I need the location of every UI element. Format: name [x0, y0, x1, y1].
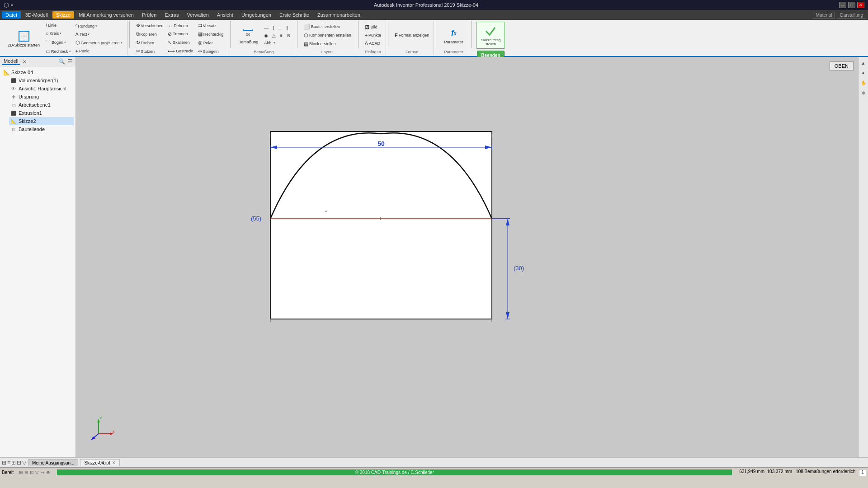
btn-rechteck[interactable]: ▭ Rechteck ▾ [44, 47, 73, 55]
btn-linie[interactable]: / Linie [44, 22, 73, 29]
btn-trennen[interactable]: ⊘ Trennen [166, 30, 195, 38]
grid-icon[interactable]: ⊞ [11, 460, 16, 466]
right-panel-btn1[interactable]: ▲ [859, 59, 868, 67]
tree-item-skizze2[interactable]: 📐 Skizze2 [9, 117, 74, 125]
btn-stutzen[interactable]: ✂ Stutzen [134, 47, 165, 55]
btn-format-label: Format anzeigen [399, 33, 429, 38]
btn-geometrie[interactable]: ⬡ Geometrie projizieren ▾ [74, 39, 124, 47]
btn-parameter[interactable]: fx Parameter [441, 23, 466, 47]
btn-abhaengig[interactable]: Abh.▾ [262, 40, 277, 46]
btn-dehnen[interactable]: ↔ Dehnen [166, 22, 195, 29]
btn-verschieben-label: Verschieben [141, 23, 164, 28]
ribbon-group-parameter: fx Parameter Parameter [438, 21, 469, 55]
menu-pruefen[interactable]: Prüfen [138, 11, 160, 19]
tab-skizze04[interactable]: Skizze-04.ipt ✕ [80, 459, 119, 466]
panel-tab-close[interactable]: ✕ [23, 59, 26, 64]
btn-bemaszung[interactable]: 50 Bemaßung [235, 23, 261, 47]
right-panel-btn4[interactable]: ⊕ [859, 89, 868, 97]
btn-verschieben[interactable]: ✥ Verschieben [134, 22, 165, 29]
tab-ausgangsan[interactable]: Meine Ausgangsan... [28, 459, 78, 466]
split-icon[interactable]: ⊟ [17, 460, 21, 466]
menu-skizze[interactable]: Skizze [52, 11, 74, 19]
menu-erste-schritte[interactable]: Erste Schritte [276, 11, 313, 19]
btn-constraint2[interactable]: | [271, 24, 276, 31]
constraint1-icon: — [264, 25, 269, 30]
tree-item-bauteilende[interactable]: ⊡ Bauteilende [9, 125, 74, 133]
btn-skalieren[interactable]: ⤡ Skalieren [166, 39, 195, 47]
btn-drehen-label: Drehen [141, 41, 155, 45]
offset-icon: ⇉ [198, 23, 202, 28]
btn-text[interactable]: A Text ▾ [74, 31, 124, 38]
btn-skizze-fertig[interactable]: Skizze fertig stellen [476, 22, 505, 49]
btn-punkte[interactable]: + Punkte [363, 32, 383, 39]
material-selector[interactable]: Material [813, 12, 835, 19]
btn-kreis[interactable]: ○ Kreis ▾ [44, 30, 73, 37]
view-selector[interactable]: Darstellung [837, 12, 866, 19]
panel-menu-icon[interactable]: ☰ [67, 58, 74, 65]
btn-2d-skizze[interactable]: 2D-Skizze starten [5, 27, 43, 50]
btn-constraint6[interactable]: △ [270, 32, 278, 39]
btn-rundung-label: Rundung [78, 24, 95, 28]
list-icon[interactable]: ≡ [7, 460, 10, 466]
maximize-button[interactable]: □ [848, 2, 855, 8]
right-panel-btn3[interactable]: ✋ [859, 79, 868, 87]
svg-text:50: 50 [377, 140, 385, 147]
btn-punkt[interactable]: + Punkt [74, 47, 124, 55]
point-icon: + [75, 48, 78, 54]
btn-polar-label: Polar [203, 41, 213, 45]
btn-versatz[interactable]: ⇉ Versatz [196, 22, 226, 29]
btn-constraint3[interactable]: ⊥ [276, 24, 284, 31]
end-icon: ⊡ [10, 126, 17, 133]
right-panel-btn2[interactable]: ● [859, 69, 868, 77]
btn-constraint8[interactable]: ⊙ [285, 32, 292, 39]
btn-polar[interactable]: ◎ Polar [196, 39, 226, 47]
tree-item-volumenkoerper[interactable]: ⬛ Volumenkörper(1) [9, 76, 74, 84]
status-field-value[interactable]: 1 [859, 469, 866, 476]
btn-block-erstellen[interactable]: ▦ Block erstellen [302, 40, 353, 48]
btn-rechteckig[interactable]: ▦ Rechteckig [196, 30, 226, 38]
btn-acad[interactable]: A ACAD [363, 40, 383, 47]
tab-close-icon[interactable]: ✕ [112, 460, 116, 465]
btn-rundung[interactable]: ◜ Rundung ▾ [74, 22, 124, 30]
btn-constraint4[interactable]: ∥ [284, 24, 290, 31]
menu-verwalten[interactable]: Verwalten [184, 11, 212, 19]
minimize-button[interactable]: — [839, 2, 846, 8]
btn-constraint7[interactable]: ≡ [278, 32, 284, 39]
btn-drehen[interactable]: ↻ Drehen [134, 39, 165, 47]
btn-gestreckt[interactable]: ⟷ Gestreckt [166, 47, 195, 55]
collapse-icon[interactable]: ▽ [22, 460, 26, 466]
close-button[interactable]: ✕ [857, 2, 864, 8]
btn-constraint1[interactable]: — [262, 24, 270, 31]
new-tab-icon[interactable]: ⊞ [2, 460, 6, 466]
panel-search-icon[interactable]: 🔍 [57, 58, 66, 65]
tree-item-ursprung[interactable]: ✚ Ursprung [9, 93, 74, 101]
tree-item-extrusion[interactable]: ⬛ Extrusion1 [9, 109, 74, 117]
menu-umgebungen[interactable]: Umgebungen [238, 11, 275, 19]
btn-spiegeln-label: Spiegeln [203, 49, 219, 54]
constraint3-icon: ⊥ [278, 25, 282, 30]
btn-bogen[interactable]: ⌒ Bogen ▾ [44, 38, 73, 47]
panel-header: Modell ✕ 🔍 ☰ [0, 57, 75, 66]
canvas[interactable]: OBEN 50 ( [76, 57, 858, 457]
btn-format-anzeigen[interactable]: F Format anzeigen [393, 32, 431, 39]
window-controls[interactable]: — □ ✕ [839, 2, 864, 8]
panel-tab-modell[interactable]: Modell [2, 58, 20, 65]
btn-bild[interactable]: 🖼 Bild [363, 23, 383, 31]
btn-komponenten-erstellen[interactable]: ⬡ Komponenten erstellen [302, 32, 353, 39]
tree-item-ansicht[interactable]: 👁 Ansicht: Hauptansicht [9, 84, 74, 93]
btn-constraint5[interactable]: ◉ [262, 32, 270, 39]
tree-label-volumenkoerper: Volumenkörper(1) [19, 78, 58, 83]
btn-spiegeln[interactable]: ⇔ Spiegeln [196, 47, 226, 55]
btn-bauteil-erstellen[interactable]: ⬜ Bauteil erstellen [302, 23, 353, 31]
menu-zusammenarbeiten[interactable]: Zusammenarbeiten [314, 11, 364, 19]
menu-ansicht[interactable]: Ansicht [213, 11, 237, 19]
menu-datei[interactable]: Datei [2, 11, 21, 19]
rect-icon: ▭ [46, 48, 50, 54]
menu-anmerkung[interactable]: Mit Anmerkung versehen [75, 11, 137, 19]
menu-3dmodell[interactable]: 3D-Modell [22, 11, 52, 19]
tree-item-skizze04[interactable]: 📐 Skizze-04 [2, 68, 74, 76]
btn-kopieren[interactable]: ⧉ Kopieren [134, 30, 165, 38]
svg-marker-21 [506, 312, 509, 319]
menu-extras[interactable]: Extras [161, 11, 182, 19]
tree-item-arbeitsebene[interactable]: ▭ Arbeitsebene1 [9, 101, 74, 109]
